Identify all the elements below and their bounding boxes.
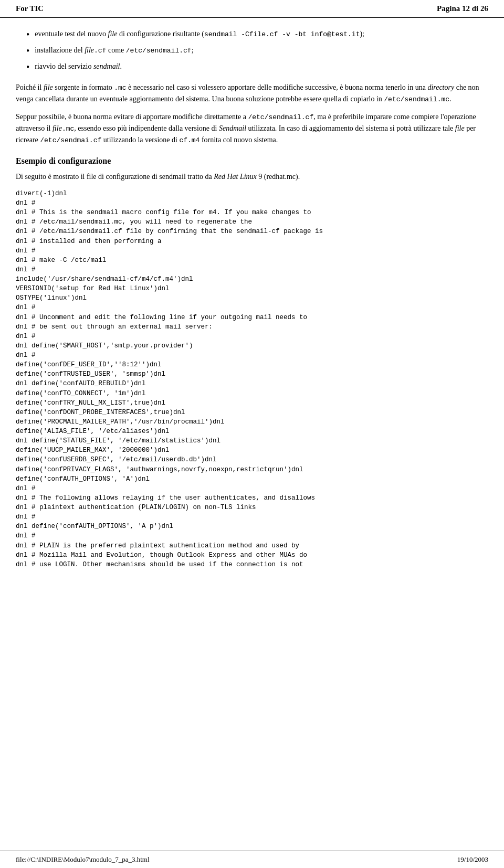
bullet2-mono2: /etc/sendmail.cf — [126, 47, 192, 55]
para3-italic: Red Hat Linux — [214, 173, 257, 181]
para2-italic3: file — [455, 124, 465, 132]
bullet2-italic: file — [85, 46, 94, 54]
para2-mono2: .mc — [62, 125, 74, 133]
paragraph-3: Di seguito è mostrato il file di configu… — [16, 171, 488, 183]
para1-italic2: directory — [427, 83, 454, 91]
footer-right: 19/10/2003 — [457, 855, 488, 864]
para2-text: Seppur possibile, è buona norma evitare … — [16, 111, 488, 146]
para2-italic2: Sendmail — [219, 124, 246, 132]
bullet-item-3: • riavvio del servizio sendmail. — [16, 61, 488, 74]
paragraph-2: Seppur possibile, è buona norma evitare … — [16, 111, 488, 146]
para2-mono1: /etc/sendmail.cf — [248, 113, 313, 121]
header-left: For TIC — [16, 4, 44, 13]
bullet-dot-2: • — [26, 45, 29, 58]
bullet-text-3: riavvio del servizio sendmail. — [35, 61, 122, 74]
page-footer: file://C:\INDIRE\Modulo7\modulo_7_pa_3.h… — [0, 851, 504, 868]
para2-mono4: cf.m4 — [179, 136, 200, 144]
bullet-text-2: installazione del file.cf come /etc/send… — [35, 45, 193, 58]
header-right: Pagina 12 di 26 — [437, 4, 488, 13]
bullet1-mono: sendmail -Cfile.cf -v -bt info@test.it — [204, 30, 360, 38]
page-content: • eventuale test del nuovo file di confi… — [0, 28, 504, 601]
page-header: For TIC Pagina 12 di 26 — [0, 0, 504, 18]
bullet1-italic: file — [108, 30, 118, 38]
para1-mono2: /etc/sendmail.mc — [384, 96, 449, 103]
para3-text: Di seguito è mostrato il file di configu… — [16, 171, 488, 183]
page-wrapper: For TIC Pagina 12 di 26 • eventuale test… — [0, 0, 504, 868]
bullet-text-1: eventuale test del nuovo file di configu… — [35, 28, 364, 41]
bullet-item-2: • installazione del file.cf come /etc/se… — [16, 45, 488, 58]
bullet-item-1: • eventuale test del nuovo file di confi… — [16, 28, 488, 41]
para1-mono1: .mc — [114, 84, 126, 92]
para2-italic1: file — [52, 124, 62, 132]
bullet2-mono1: .cf — [94, 47, 106, 55]
bullet-dot-3: • — [26, 61, 29, 74]
para1-italic1: file — [44, 83, 53, 91]
bullet3-italic: sendmail — [93, 62, 120, 70]
para1-text: Poiché il file sorgente in formato .mc è… — [16, 82, 488, 105]
footer-left: file://C:\INDIRE\Modulo7\modulo_7_pa_3.h… — [16, 855, 150, 864]
code-block: divert(-1)dnl dnl # dnl # This is the se… — [16, 189, 488, 569]
para2-mono3: /etc/sendmai.cf — [40, 136, 101, 144]
paragraph-1: Poiché il file sorgente in formato .mc è… — [16, 82, 488, 105]
section-heading: Esempio di configurazione — [16, 156, 488, 166]
bullet-dot-1: • — [26, 28, 29, 41]
